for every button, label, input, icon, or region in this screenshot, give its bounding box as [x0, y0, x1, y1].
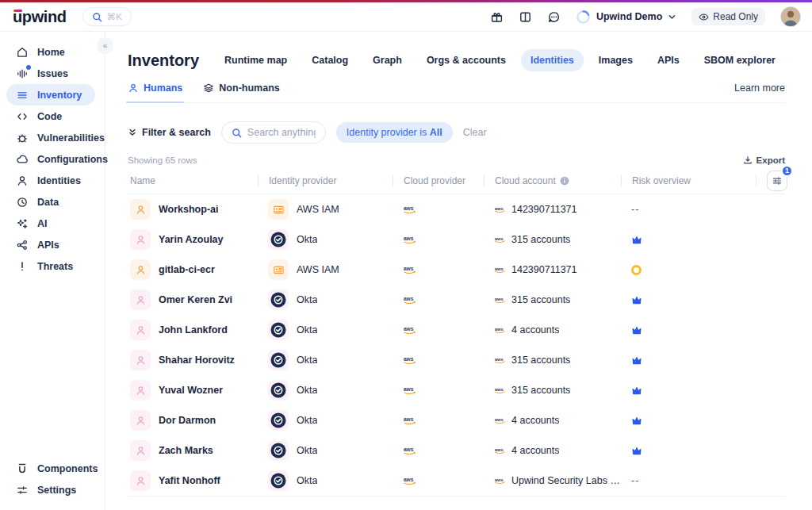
org-switcher[interactable]: Upwind Demo	[576, 10, 676, 25]
sidebar-item-configurations[interactable]: Configurations	[6, 148, 95, 170]
svg-text:aws: aws	[404, 416, 414, 422]
sidebar-item-apis[interactable]: APIs	[6, 234, 95, 255]
user-avatar-icon	[130, 320, 151, 340]
table-row[interactable]: Dor Darmon Okta aws aws 4 accounts	[128, 405, 785, 435]
learn-more-link[interactable]: Learn more	[734, 82, 785, 102]
table-row[interactable]: Yuval Wozner Okta aws aws 315 accounts	[128, 375, 785, 405]
identity-provider-name: AWS IAM	[297, 204, 339, 215]
okta-icon	[268, 440, 289, 461]
tab-images[interactable]: Images	[589, 49, 642, 71]
identity-provider-filter-chip[interactable]: Identity provider is All	[336, 122, 453, 143]
sidebar-item-inventory[interactable]: Inventory	[6, 84, 95, 105]
sidebar-item-threats[interactable]: Threats	[6, 255, 95, 277]
row-count-label: Showing 65 rows	[128, 155, 197, 165]
user-avatar-icon	[130, 199, 151, 220]
bug-icon	[16, 132, 29, 144]
aws-logo-icon: aws	[494, 416, 506, 424]
identity-provider-name: Okta	[297, 234, 317, 245]
tab-runtime-map[interactable]: Runtime map	[215, 49, 297, 71]
identity-provider-name: AWS IAM	[297, 264, 339, 275]
admin-crown-icon	[631, 385, 642, 395]
panel-layout-icon[interactable]	[519, 10, 532, 24]
aws-logo-icon: aws	[403, 416, 416, 425]
tab-identities[interactable]: Identities	[521, 49, 584, 71]
user-avatar-icon	[130, 440, 151, 461]
identity-provider-name: Okta	[297, 475, 317, 486]
table-row[interactable]: Workshop-ai AWS IAM aws aws 142390711371	[128, 194, 785, 224]
cloud-account-value: 315 accounts	[511, 355, 570, 366]
column-filter-button[interactable]: 1	[767, 171, 787, 191]
upwind-logo[interactable]: upwind	[13, 8, 67, 26]
column-settings-cell: 1	[756, 174, 790, 186]
code-icon	[16, 110, 29, 123]
exclamation-icon	[16, 260, 29, 273]
tab-sbom-explorer[interactable]: SBOM explorer	[695, 49, 785, 71]
identity-provider-name: Okta	[297, 445, 317, 456]
identity-name: Shahar Horovitz	[159, 355, 235, 366]
column-header-cloud-account[interactable]: Cloud account	[484, 174, 621, 186]
sidebar-item-settings[interactable]: Settings	[6, 479, 95, 500]
column-header-risk-overview[interactable]: Risk overview	[621, 174, 756, 186]
column-header-cloud-provider[interactable]: Cloud provider	[393, 174, 484, 186]
search-anything-input[interactable]	[247, 127, 316, 138]
table-row[interactable]: Yarin Azoulay Okta aws aws 315 accounts	[128, 224, 785, 255]
svg-text:aws: aws	[495, 327, 504, 332]
table-row[interactable]: Omer Keren Zvi Okta aws aws 315 accounts	[128, 285, 785, 315]
sidebar-item-identities[interactable]: Identities	[6, 170, 95, 191]
sidebar-item-home[interactable]: Home	[6, 41, 95, 63]
person-icon	[16, 174, 29, 187]
gift-icon[interactable]	[490, 10, 504, 24]
svg-text:aws: aws	[404, 447, 414, 452]
column-header-name[interactable]: Name	[128, 174, 258, 186]
user-avatar-icon	[130, 229, 151, 250]
column-header-identity-provider[interactable]: Identity provider	[258, 174, 393, 186]
sidebar-collapse-button[interactable]: «	[97, 37, 113, 54]
search-shortcut-label: ⌘K	[107, 11, 122, 22]
sidebar-item-ai[interactable]: AI	[6, 213, 95, 234]
okta-icon	[268, 290, 289, 310]
identity-provider-name: Okta	[297, 324, 317, 336]
sidebar-item-vulnerabilities[interactable]: Vulnerabilities	[6, 127, 95, 148]
clock-icon	[16, 196, 29, 209]
svg-text:aws: aws	[495, 267, 504, 271]
clear-filters-button[interactable]: Clear	[463, 127, 487, 138]
home-icon	[16, 46, 29, 59]
filter-search-toggle[interactable]: Filter & search	[128, 127, 211, 138]
svg-text:aws: aws	[404, 236, 414, 241]
tab-orgs-accounts[interactable]: Orgs & accounts	[417, 49, 515, 71]
sidebar: « Home Issues Inventory Code Vulnerabili…	[0, 32, 105, 510]
subtab-humans[interactable]: Humans	[128, 82, 182, 102]
table-row[interactable]: John Lankford Okta aws aws 4 accounts	[128, 315, 785, 345]
user-avatar[interactable]	[780, 6, 801, 27]
sidebar-item-data[interactable]: Data	[6, 191, 95, 213]
read-only-label: Read Only	[713, 11, 758, 22]
risk-empty-value: --	[631, 204, 639, 215]
export-button[interactable]: Export	[743, 155, 785, 165]
feedback-chat-icon[interactable]	[547, 10, 561, 24]
sliders-icon	[16, 484, 29, 497]
sidebar-item-code[interactable]: Code	[6, 105, 95, 127]
search-anything-field[interactable]	[221, 121, 326, 144]
aws-logo-icon: aws	[494, 477, 506, 485]
aws-logo-icon: aws	[403, 477, 416, 485]
sidebar-item-components[interactable]: Components	[6, 458, 95, 479]
identity-provider-name: Okta	[297, 294, 317, 305]
identity-name: Omer Keren Zvi	[159, 294, 232, 305]
okta-icon	[268, 410, 289, 431]
admin-crown-icon	[631, 325, 642, 335]
cloud-account-value: 315 accounts	[511, 234, 570, 245]
tab-catalog[interactable]: Catalog	[302, 49, 358, 71]
tab-apis[interactable]: APIs	[648, 49, 689, 71]
okta-icon	[268, 470, 289, 491]
subtab-non-humans[interactable]: Non-humans	[203, 82, 279, 102]
cloud-account-value: 4 accounts	[511, 324, 559, 336]
table-row[interactable]: Yafit Nonhoff Okta aws aws Upwind Securi…	[128, 466, 785, 496]
tab-graph[interactable]: Graph	[363, 49, 412, 71]
table-row[interactable]: gitlab-ci-ecr AWS IAM aws aws 1423907113…	[128, 255, 785, 285]
sidebar-item-issues[interactable]: Issues	[6, 63, 95, 84]
admin-crown-icon	[631, 446, 642, 455]
svg-text:aws: aws	[404, 477, 414, 482]
table-row[interactable]: Shahar Horovitz Okta aws aws 315 account…	[128, 345, 785, 375]
global-search-button[interactable]: ⌘K	[82, 7, 132, 26]
table-row[interactable]: Zach Marks Okta aws aws 4 accounts	[128, 435, 785, 466]
